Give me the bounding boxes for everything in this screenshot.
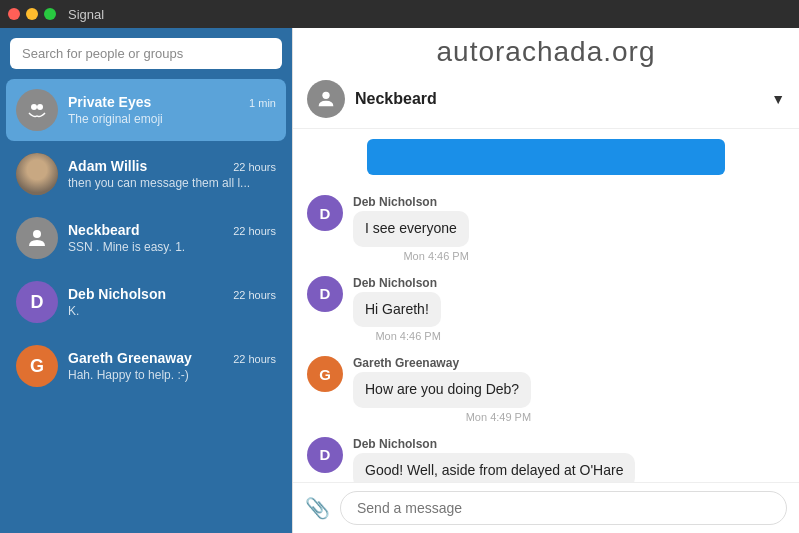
avatar-deb-nicholson: D <box>16 281 58 323</box>
conv-time: 22 hours <box>233 289 276 301</box>
message-content: Deb Nicholson I see everyone Mon 4:46 PM <box>353 195 469 262</box>
message-row: D Deb Nicholson Good! Well, aside from d… <box>307 437 785 482</box>
conv-preview: then you can message them all l... <box>68 176 276 190</box>
chat-header: Neckbeard ▼ <box>293 70 799 129</box>
svg-point-0 <box>31 104 37 110</box>
messages-area: D Deb Nicholson I see everyone Mon 4:46 … <box>293 129 799 482</box>
message-content: Deb Nicholson Hi Gareth! Mon 4:46 PM <box>353 276 441 343</box>
conversation-list: Private Eyes 1 min The original emoji Ad… <box>0 77 292 533</box>
message-sender: Deb Nicholson <box>353 276 441 290</box>
conv-time: 1 min <box>249 97 276 109</box>
message-avatar: G <box>307 356 343 392</box>
conversation-item-gareth-greenaway[interactable]: G Gareth Greenaway 22 hours Hah. Happy t… <box>6 335 286 397</box>
watermark: autorachada.org <box>293 28 799 70</box>
minimize-button[interactable] <box>26 8 38 20</box>
conv-info-adam-willis: Adam Willis 22 hours then you can messag… <box>68 158 276 190</box>
message-time: Mon 4:46 PM <box>353 330 441 342</box>
dropdown-arrow-icon[interactable]: ▼ <box>771 91 785 107</box>
conv-preview: K. <box>68 304 276 318</box>
conv-name: Adam Willis <box>68 158 147 174</box>
avatar-adam-willis <box>16 153 58 195</box>
message-time: Mon 4:46 PM <box>353 250 469 262</box>
message-sender: Gareth Greenaway <box>353 356 531 370</box>
conv-info-gareth-greenaway: Gareth Greenaway 22 hours Hah. Happy to … <box>68 350 276 382</box>
conv-time: 22 hours <box>233 161 276 173</box>
message-content: Deb Nicholson Good! Well, aside from del… <box>353 437 635 482</box>
conv-preview: The original emoji <box>68 112 276 126</box>
conv-name: Neckbeard <box>68 222 140 238</box>
chat-panel: autorachada.org Neckbeard ▼ D <box>292 28 799 533</box>
conv-name: Deb Nicholson <box>68 286 166 302</box>
message-avatar: D <box>307 276 343 312</box>
conv-time: 22 hours <box>233 353 276 365</box>
message-text: How are you doing Deb? <box>365 381 519 397</box>
avatar-neckbeard <box>16 217 58 259</box>
message-bubble: How are you doing Deb? <box>353 372 531 408</box>
close-button[interactable] <box>8 8 20 20</box>
message-avatar: D <box>307 195 343 231</box>
attach-icon[interactable]: 📎 <box>305 496 330 520</box>
avatar-gareth-greenaway: G <box>16 345 58 387</box>
svg-point-3 <box>322 92 329 99</box>
conv-preview: SSN . Mine is easy. 1. <box>68 240 276 254</box>
conv-info-neckbeard: Neckbeard 22 hours SSN . Mine is easy. 1… <box>68 222 276 254</box>
maximize-button[interactable] <box>44 8 56 20</box>
avatar-private-eyes <box>16 89 58 131</box>
message-avatar: D <box>307 437 343 473</box>
sidebar: Search for people or groups Private Eyes… <box>0 28 292 533</box>
conv-time: 22 hours <box>233 225 276 237</box>
message-row: D Deb Nicholson Hi Gareth! Mon 4:46 PM <box>307 276 785 343</box>
message-row: G Gareth Greenaway How are you doing Deb… <box>307 356 785 423</box>
app-title: Signal <box>68 7 104 22</box>
message-sender: Deb Nicholson <box>353 437 635 451</box>
svg-point-1 <box>37 104 43 110</box>
message-bubble: I see everyone <box>353 211 469 247</box>
message-sender: Deb Nicholson <box>353 195 469 209</box>
message-input[interactable] <box>340 491 787 525</box>
search-placeholder: Search for people or groups <box>22 46 183 61</box>
search-bar[interactable]: Search for people or groups <box>10 38 282 69</box>
input-area: 📎 <box>293 482 799 533</box>
message-time: Mon 4:49 PM <box>353 411 531 423</box>
conversation-item-private-eyes[interactable]: Private Eyes 1 min The original emoji <box>6 79 286 141</box>
message-content: Gareth Greenaway How are you doing Deb? … <box>353 356 531 423</box>
message-text: Good! Well, aside from delayed at O'Hare <box>365 462 623 478</box>
message-text: Hi Gareth! <box>365 301 429 317</box>
blue-action-bar[interactable] <box>367 139 725 175</box>
chat-header-avatar <box>307 80 345 118</box>
conversation-item-adam-willis[interactable]: Adam Willis 22 hours then you can messag… <box>6 143 286 205</box>
app-container: Search for people or groups Private Eyes… <box>0 28 799 533</box>
conv-preview: Hah. Happy to help. :-) <box>68 368 276 382</box>
conv-info-private-eyes: Private Eyes 1 min The original emoji <box>68 94 276 126</box>
conversation-item-neckbeard[interactable]: Neckbeard 22 hours SSN . Mine is easy. 1… <box>6 207 286 269</box>
conversation-item-deb-nicholson[interactable]: D Deb Nicholson 22 hours K. <box>6 271 286 333</box>
message-text: I see everyone <box>365 220 457 236</box>
conv-name: Gareth Greenaway <box>68 350 192 366</box>
svg-point-2 <box>33 230 41 238</box>
conv-info-deb-nicholson: Deb Nicholson 22 hours K. <box>68 286 276 318</box>
message-row: D Deb Nicholson I see everyone Mon 4:46 … <box>307 195 785 262</box>
conv-name: Private Eyes <box>68 94 151 110</box>
message-bubble: Hi Gareth! <box>353 292 441 328</box>
titlebar: Signal <box>0 0 799 28</box>
chat-contact-name: Neckbeard <box>355 90 761 108</box>
message-bubble: Good! Well, aside from delayed at O'Hare <box>353 453 635 482</box>
